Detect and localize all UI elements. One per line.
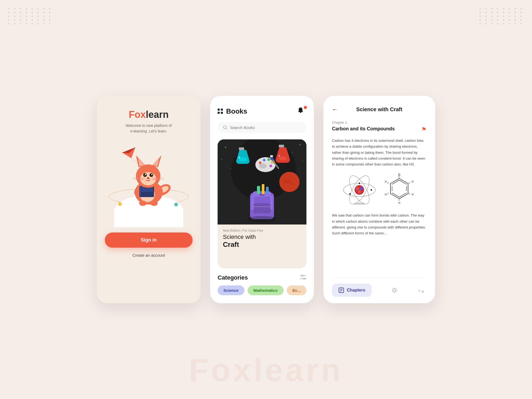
svg-point-8	[150, 201, 158, 206]
logo-learn: learn	[146, 109, 169, 120]
svg-point-92	[358, 190, 361, 193]
svg-text:A: A	[418, 289, 420, 292]
search-icon	[223, 125, 227, 130]
svg-point-56	[279, 157, 287, 160]
svg-text:a: a	[422, 289, 424, 293]
book-name-bold: Craft	[223, 240, 301, 249]
bookmark-icon[interactable]: ⚑	[421, 126, 427, 133]
svg-text:C: C	[398, 176, 400, 178]
svg-point-93	[359, 182, 360, 184]
svg-rect-76	[251, 195, 254, 210]
svg-point-121	[393, 289, 396, 292]
svg-text:C: C	[409, 192, 410, 195]
svg-marker-98	[390, 178, 408, 199]
svg-point-67	[270, 155, 273, 157]
svg-rect-77	[270, 195, 273, 210]
chapter-title-row: Carbon and its Compounds ⚑	[332, 126, 427, 133]
chapter-title: Carbon and its Compounds	[332, 126, 395, 132]
svg-point-41	[300, 144, 301, 145]
svg-point-24	[145, 174, 146, 175]
svg-point-7	[139, 201, 147, 206]
svg-line-127	[396, 292, 396, 292]
svg-line-128	[396, 288, 396, 289]
chapters-icon	[338, 287, 344, 293]
svg-text:H: H	[398, 202, 400, 205]
screen-detail: ← Science with Craft Chapter 1 Carbon an…	[323, 96, 435, 303]
font-size-icon[interactable]: A a	[417, 285, 427, 295]
screen-login: Foxlearn Welcome to new platform ofe-lea…	[97, 96, 201, 303]
watermark: Foxlearn	[189, 352, 343, 388]
bg-dots-right	[479, 8, 524, 24]
svg-text:C: C	[398, 199, 400, 201]
svg-point-91	[360, 187, 363, 190]
svg-rect-52	[239, 147, 244, 150]
svg-point-95	[349, 193, 351, 195]
svg-point-64	[259, 163, 267, 169]
orbit-dot-teal	[174, 203, 178, 206]
svg-rect-55	[279, 145, 284, 147]
category-chip-science[interactable]: Science	[218, 285, 244, 295]
svg-text:C: C	[409, 182, 410, 184]
books-header: Books	[218, 106, 306, 116]
svg-point-54	[239, 157, 240, 158]
svg-point-69	[283, 179, 291, 184]
logo-fox: Fox	[129, 109, 146, 120]
svg-rect-80	[266, 187, 269, 194]
search-input[interactable]	[230, 125, 301, 130]
chapter-paragraph-1: Carbon has 4 electrons in its outermost …	[332, 138, 427, 167]
category-chip-mathematics[interactable]: Mathematics	[248, 285, 284, 295]
svg-point-90	[356, 187, 359, 190]
svg-point-40	[292, 152, 293, 153]
svg-point-94	[371, 189, 372, 191]
chapter-paragraph-2: We saw that carbon can form bonds with c…	[332, 213, 427, 236]
atom-diagram: CARBON	[342, 173, 377, 207]
create-account-link[interactable]: Create an account	[132, 253, 165, 257]
detail-bottom: Chapters A a	[332, 278, 427, 297]
book-card: New Edition | For Class Five Science wit…	[218, 139, 306, 268]
tagline: Welcome to new platform ofe-learning. Le…	[126, 123, 172, 134]
svg-rect-74	[253, 203, 271, 213]
category-chip-ec[interactable]: Ec...	[287, 285, 307, 295]
svg-rect-33	[300, 112, 301, 113]
svg-line-35	[226, 128, 227, 130]
svg-point-70	[289, 183, 295, 185]
benzene-diagram: H C C C C C C H H H H	[382, 173, 417, 207]
svg-rect-78	[257, 186, 260, 194]
notification-badge	[304, 106, 307, 109]
fox-character	[125, 147, 173, 206]
svg-point-81	[247, 216, 277, 222]
book-info: New Edition | For Class Five Science wit…	[218, 225, 306, 254]
bell-icon[interactable]	[297, 106, 306, 116]
logo: Foxlearn	[129, 109, 169, 120]
svg-point-60	[263, 159, 265, 161]
filter-icon[interactable]	[300, 275, 306, 281]
svg-text:H: H	[385, 180, 386, 183]
svg-line-126	[393, 288, 393, 289]
back-button[interactable]: ←	[332, 106, 338, 113]
categories-header: Categories	[218, 274, 306, 281]
detail-title: Science with Craft	[356, 106, 402, 113]
book-image	[218, 139, 306, 225]
screen-books: Books	[210, 96, 314, 303]
books-header-left: Books	[218, 107, 247, 115]
svg-text:C: C	[387, 192, 389, 195]
svg-point-34	[223, 126, 226, 129]
svg-text:C: C	[387, 182, 389, 184]
book-illustration	[218, 139, 306, 225]
grid-icon[interactable]	[218, 109, 223, 114]
svg-point-46	[302, 160, 303, 161]
svg-rect-79	[262, 184, 264, 194]
svg-point-85	[304, 278, 305, 280]
chapters-button[interactable]: Chapters	[332, 284, 372, 297]
categories-list: Science Mathematics Ec...	[218, 285, 306, 295]
search-bar[interactable]	[218, 122, 306, 133]
svg-point-83	[301, 275, 303, 276]
brightness-icon[interactable]	[390, 285, 399, 295]
svg-rect-12	[140, 187, 141, 196]
book-edition: New Edition | For Class Five	[223, 229, 301, 232]
svg-text:CARBON: CARBON	[354, 202, 365, 205]
sign-in-button[interactable]: Sign in	[105, 232, 193, 248]
svg-text:H: H	[412, 180, 413, 183]
svg-point-22	[143, 173, 147, 177]
svg-point-57	[279, 155, 280, 157]
